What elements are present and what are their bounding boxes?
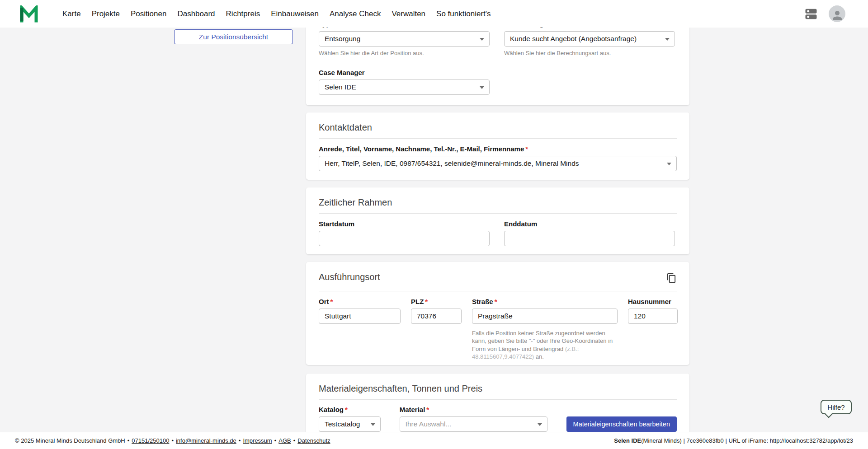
- divider: [319, 291, 677, 291]
- plz-field: PLZ*: [411, 298, 462, 324]
- hausnummer-label: Hausnummer: [628, 298, 678, 306]
- nav-einbauweisen[interactable]: Einbauweisen: [271, 9, 319, 19]
- typ-select[interactable]: Entsorgung: [319, 31, 490, 47]
- separator-dot: •: [293, 437, 296, 444]
- divider: [319, 138, 677, 139]
- startdatum-field: Startdatum: [319, 220, 490, 246]
- required-asterisk: *: [426, 406, 429, 413]
- strasse-input[interactable]: [472, 309, 618, 324]
- kontakt-select[interactable]: Herr, TitelP, Selen, IDE, 0987/654321, s…: [319, 156, 677, 171]
- case-manager-field: Case Manager Selen IDE: [319, 69, 490, 95]
- divider: [319, 399, 677, 400]
- case-manager-label: Case Manager: [319, 69, 490, 77]
- katalog-field: Katalog* Testcatalog: [319, 406, 381, 432]
- required-asterisk: *: [525, 145, 528, 153]
- server-icon[interactable]: [804, 7, 818, 21]
- back-to-positions-button[interactable]: Zur Positionsübersicht: [174, 29, 293, 44]
- required-asterisk: *: [425, 298, 428, 305]
- strasse-field: Straße*: [472, 298, 618, 324]
- plz-label: PLZ*: [411, 298, 462, 306]
- zeitlicher-rahmen-card: Zeitlicher Rahmen Startdatum Enddatum: [306, 187, 689, 254]
- nav-verwalten[interactable]: Verwalten: [392, 9, 425, 19]
- mineral-minds-logo[interactable]: [20, 5, 38, 23]
- nav-karte[interactable]: Karte: [62, 9, 81, 19]
- help-button-label: Hilfe?: [827, 403, 844, 411]
- separator-dot: •: [171, 437, 174, 444]
- nav-projekte[interactable]: Projekte: [92, 9, 120, 19]
- footer-user-name: Selen IDE: [614, 437, 641, 444]
- ausfuehrungsort-card: Ausführungsort Ort* PLZ*: [306, 262, 689, 365]
- ort-field: Ort*: [319, 298, 401, 324]
- chevron-down-icon: [667, 163, 671, 165]
- separator-dot: •: [274, 437, 277, 444]
- kontaktdaten-title: Kontaktdaten: [319, 122, 677, 132]
- zeitlicher-rahmen-title: Zeitlicher Rahmen: [319, 197, 677, 207]
- material-label: Material*: [400, 406, 547, 414]
- katalog-label: Katalog*: [319, 406, 381, 414]
- divider: [319, 213, 677, 214]
- app-page: Karte Projekte Positionen Dashboard Rich…: [0, 0, 868, 449]
- ort-input[interactable]: [319, 309, 401, 324]
- separator-dot: •: [127, 437, 130, 444]
- copy-icon[interactable]: [666, 273, 677, 285]
- footer: © 2025 Mineral Minds Deutschland GmbH • …: [0, 432, 868, 449]
- strasse-label: Straße*: [472, 298, 618, 306]
- nav-analyse-check[interactable]: Analyse Check: [330, 9, 381, 19]
- footer-session-info: Selen IDE (Mineral Minds) | 7ce360e83fb0…: [614, 437, 853, 444]
- startdatum-input[interactable]: [319, 231, 490, 246]
- kontaktdaten-card: Kontaktdaten Anrede, Titel, Vorname, Nac…: [306, 112, 689, 180]
- enddatum-input[interactable]: [504, 231, 675, 246]
- ausfuehrungsort-title: Ausführungsort: [319, 272, 380, 282]
- separator-dot: •: [239, 437, 241, 444]
- hausnummer-field: Hausnummer: [628, 298, 678, 324]
- nav-dashboard[interactable]: Dashboard: [177, 9, 215, 19]
- footer-agb-link[interactable]: AGB: [278, 437, 291, 444]
- speech-bubble-tail: [825, 411, 833, 418]
- footer-left: © 2025 Mineral Minds Deutschland GmbH • …: [15, 437, 330, 444]
- person-icon: [830, 9, 844, 22]
- case-manager-select[interactable]: Selen IDE: [319, 80, 490, 95]
- material-select[interactable]: Ihre Auswahl...: [400, 416, 547, 432]
- required-asterisk: *: [330, 298, 333, 305]
- berechnungsart-select[interactable]: Kunde sucht Angebot (Angebotsanfrage): [504, 31, 675, 47]
- chevron-down-icon: [480, 38, 484, 41]
- enddatum-label: Enddatum: [504, 220, 675, 229]
- required-asterisk: *: [495, 298, 497, 305]
- user-avatar[interactable]: [829, 5, 845, 22]
- nav-so-funktionierts[interactable]: So funktioniert's: [436, 9, 491, 19]
- startdatum-label: Startdatum: [319, 220, 490, 229]
- plz-input[interactable]: [411, 309, 462, 324]
- nav-positionen[interactable]: Positionen: [131, 9, 166, 19]
- main-nav: Karte Projekte Positionen Dashboard Rich…: [62, 9, 491, 19]
- footer-impressum-link[interactable]: Impressum: [243, 437, 272, 444]
- footer-phone-link[interactable]: 07151/250100: [132, 437, 169, 444]
- chevron-down-icon: [538, 423, 542, 426]
- edit-material-properties-button[interactable]: Materialeigenschaften bearbeiten: [566, 416, 677, 432]
- berechnungsart-helper-text: Wählen Sie hier die Berechnungsart aus.: [504, 49, 675, 57]
- katalog-select[interactable]: Testcatalog: [319, 416, 381, 432]
- material-field: Material* Ihre Auswahl...: [400, 406, 547, 432]
- footer-datenschutz-link[interactable]: Datenschutz: [297, 437, 330, 444]
- ort-label: Ort*: [319, 298, 401, 306]
- copyright-text: © 2025 Mineral Minds Deutschland GmbH: [15, 437, 125, 444]
- chevron-down-icon: [665, 38, 670, 41]
- logo-m-icon: [20, 5, 38, 23]
- required-asterisk: *: [345, 406, 348, 413]
- navbar-right: [804, 5, 845, 22]
- footer-email-link[interactable]: info@mineral-minds.de: [176, 437, 236, 444]
- enddatum-field: Enddatum: [504, 220, 675, 246]
- strasse-helper-text: Falls die Position keiner Straße zugeord…: [472, 329, 618, 361]
- top-navbar: Karte Projekte Positionen Dashboard Rich…: [0, 0, 868, 28]
- help-button[interactable]: Hilfe?: [821, 400, 852, 414]
- footer-session-details: (Mineral Minds) | 7ce360e83fb0 | URL of …: [641, 437, 853, 444]
- chevron-down-icon: [480, 86, 484, 89]
- hausnummer-input[interactable]: [628, 309, 678, 324]
- nav-richtpreis[interactable]: Richtpreis: [226, 9, 260, 19]
- chevron-down-icon: [371, 423, 375, 426]
- kontakt-label: Anrede, Titel, Vorname, Nachname, Tel.-N…: [319, 145, 677, 154]
- material-title: Materialeigenschaften, Tonnen und Preis: [319, 384, 677, 393]
- typ-helper-text: Wählen Sie hier die Art der Position aus…: [319, 49, 490, 57]
